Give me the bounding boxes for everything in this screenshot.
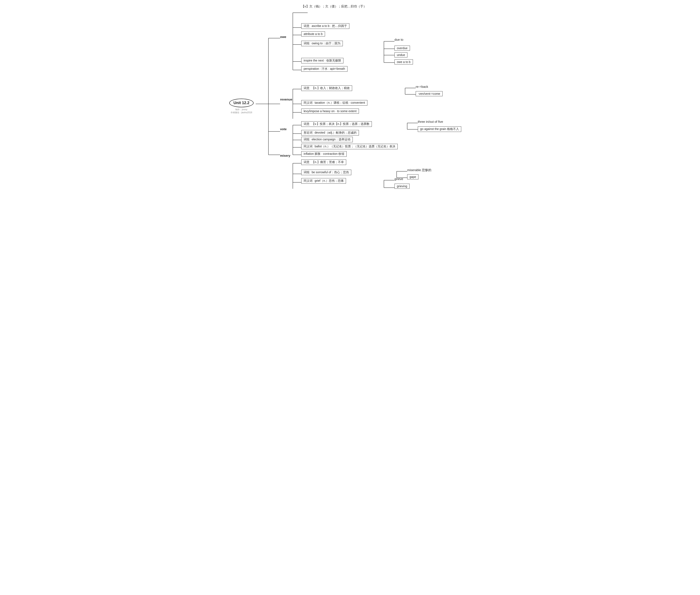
revenue-synonym-node: 同义词 taxation（n.）课税；征税 · convenient <box>301 100 367 106</box>
misery-miserable-node: miserable 悲惨的 <box>407 168 431 172</box>
owe-meaning-label-text: 词意 <box>304 24 309 28</box>
misery-gape-node: gape <box>407 174 419 179</box>
owe-label-node: owe <box>280 35 286 38</box>
vote-meaning-node: 词意 【v.】投票；表决【n.】投票；选票；选票数 <box>301 121 372 127</box>
vote-phrase-label: 词组 <box>304 138 309 141</box>
owe-label: owe <box>280 35 286 38</box>
misery-meaning-label: 词意 <box>304 160 309 164</box>
vote-meaning-cn: 【v.】投票；表决【n.】投票；选票；选票数 <box>312 122 370 125</box>
vote-label-node: vote <box>280 127 287 131</box>
misery-grieving-node: grieving <box>395 183 409 189</box>
owe-a-to-b-node: owe a to b <box>395 59 413 64</box>
unit-label-node: Unit 12.2 制作：jimmy 作者微信：jiaohui2018 <box>229 98 253 114</box>
vote-three-node: three in/out of five <box>418 120 443 123</box>
revenue-meaning-label: 词意 <box>304 86 309 90</box>
vote-inflation: inflation 膨胀 · contraction 收缩 <box>301 151 346 157</box>
vote-synonym-label-node: 同义词 ballot（n.）（无记名）投票；（无记名）选票（无记名）表决 <box>301 144 398 149</box>
vote-similar-label: 形近词 <box>304 131 312 134</box>
revenue-synonym: taxation（n.）课税；征税 · convenient <box>315 101 365 104</box>
owe-meaning-label: 词意 ascribe a to b · 把....归因于 <box>301 23 349 29</box>
owe-overdue: overdue <box>395 46 410 51</box>
revenue-re-back: re-=back <box>416 85 428 88</box>
revenue-re-back-node: re-=back <box>416 85 428 88</box>
misery-phrase-node: 词组 be sorrowful of：伤心；悲伤 <box>301 170 351 175</box>
owe-phrase-text: owing to：由于；因为 <box>312 41 340 45</box>
owe-attribute-node: attribute a to b <box>301 31 325 36</box>
credit1: 制作：jimmy <box>229 108 253 111</box>
owe-meaning-cn-node: 【v】欠（钱）；欠（债）；应把…归功（于） <box>301 4 367 9</box>
misery-label: misery <box>280 154 290 157</box>
revenue-ven: -ven/vent-=come <box>416 91 443 96</box>
vote-meaning-label: 词意 <box>304 122 309 125</box>
misery-grieve-node: grieve <box>395 177 403 181</box>
owe-phrase-label-node: 词组 owing to：由于；因为 <box>301 41 343 46</box>
revenue-meaning-cn: 【n.】收入；财政收入；税收 <box>312 86 350 90</box>
misery-synonym: grief（n.）悲伤；悲痛 <box>315 179 344 182</box>
misery-phrase-label-node: 词组 be sorrowful of：伤心；悲伤 <box>301 170 351 175</box>
owe-ascribe-node: 词意 ascribe a to b · 把....归因于 <box>301 23 349 29</box>
vote-similar-label-node: 形近词 devoted（adj.）献身的；忠诚的 <box>301 130 359 136</box>
misery-synonym-label: 同义词 <box>304 179 312 182</box>
owe-undue: undue <box>395 52 407 57</box>
vote-synonym: ballot（n.）（无记名）投票；（无记名）选票（无记名）表决 <box>315 145 395 148</box>
owe-perspiration: perspiration · 汗水 · apir=breath <box>301 66 347 72</box>
vote-three: three in/out of five <box>418 120 443 123</box>
owe-a-to-b: owe a to b <box>395 59 413 64</box>
misery-phrase: be sorrowful of：伤心；悲伤 <box>312 170 349 174</box>
vote-label: vote <box>280 127 287 131</box>
revenue-label-node: revenue <box>280 97 293 101</box>
misery-grieving: grieving <box>395 183 409 189</box>
owe-undue-node: undue <box>395 52 407 57</box>
owe-inspire: inspire the next · 创新无极限 <box>301 58 343 63</box>
misery-label-node: misery <box>280 154 290 157</box>
vote-phrase-node: 词组 election campaign：选举运动 <box>301 137 353 142</box>
revenue-synonym-label-node: 同义词 taxation（n.）课税；征税 · convenient <box>301 100 367 106</box>
owe-due-to-node: due to <box>395 38 403 41</box>
revenue-label: revenue <box>280 97 293 101</box>
owe-attribute-text: attribute a to b <box>301 31 325 36</box>
revenue-ven-node: -ven/vent-=come <box>416 91 443 96</box>
misery-meaning-cn: 【n.】痛苦；苦难；不幸 <box>312 160 344 164</box>
revenue-meaning-label-node: 词意 【n.】收入；财政收入；税收 <box>301 85 352 91</box>
owe-overdue-node: overdue <box>395 46 410 51</box>
vote-meaning-label-node: 词意 【v.】投票；表决【n.】投票；选票；选票数 <box>301 121 372 127</box>
misery-meaning-node: 词意 【n.】痛苦；苦难；不幸 <box>301 160 346 165</box>
vote-similar-node: 形近词 devoted（adj.）献身的；忠诚的 <box>301 130 359 136</box>
vote-similar: devoted（adj.）献身的；忠诚的 <box>315 131 357 134</box>
vote-go-against-node: go against the grain 格格不入 <box>418 126 461 132</box>
misery-synonym-node: 同义词 grief（n.）悲伤；悲痛 <box>301 178 346 183</box>
misery-grieve: grieve <box>395 177 403 181</box>
misery-miserable: miserable 悲惨的 <box>407 168 431 172</box>
owe-perspiration-node: perspiration · 汗水 · apir=breath <box>301 66 347 72</box>
owe-due-to: due to <box>395 38 403 41</box>
revenue-meaning-node: 词意 【n.】收入；财政收入；税收 <box>301 85 352 91</box>
vote-inflation-node: inflation 膨胀 · contraction 收缩 <box>301 151 346 157</box>
owe-phrase-label: 词组 <box>304 41 309 45</box>
misery-meaning-label-node: 词意 【n.】痛苦；苦难；不幸 <box>301 160 346 165</box>
owe-ascribe-text: ascribe a to b · 把....归因于 <box>312 24 347 28</box>
vote-go-against: go against the grain 格格不入 <box>418 126 461 132</box>
mind-map-canvas: Unit 12.2 制作：jimmy 作者微信：jiaohui2018 owe … <box>223 0 477 191</box>
owe-inspire-node: inspire the next · 创新无极限 <box>301 58 343 63</box>
vote-synonym-label: 同义词 <box>304 145 312 148</box>
revenue-levy-node: levy/impose a heavy on · to some extent <box>301 109 359 114</box>
owe-meaning-cn: 【v】欠（钱）；欠（债）；应把…归功（于） <box>301 4 367 9</box>
misery-synonym-label-node: 同义词 grief（n.）悲伤；悲痛 <box>301 178 346 183</box>
unit-oval: Unit 12.2 <box>229 98 253 107</box>
misery-gape: gape <box>407 174 419 179</box>
unit-title: Unit 12.2 <box>234 101 249 105</box>
owe-phrase-node: 词组 owing to：由于；因为 <box>301 41 343 46</box>
credit2: 作者微信：jiaohui2018 <box>229 111 253 114</box>
vote-phrase: election campaign：选举运动 <box>312 138 351 141</box>
revenue-levy: levy/impose a heavy on · to some extent <box>301 109 359 114</box>
misery-phrase-label: 词组 <box>304 170 309 174</box>
vote-synonym-node: 同义词 ballot（n.）（无记名）投票；（无记名）选票（无记名）表决 <box>301 144 398 149</box>
revenue-synonym-label: 同义词 <box>304 101 312 104</box>
vote-phrase-label-node: 词组 election campaign：选举运动 <box>301 137 353 142</box>
